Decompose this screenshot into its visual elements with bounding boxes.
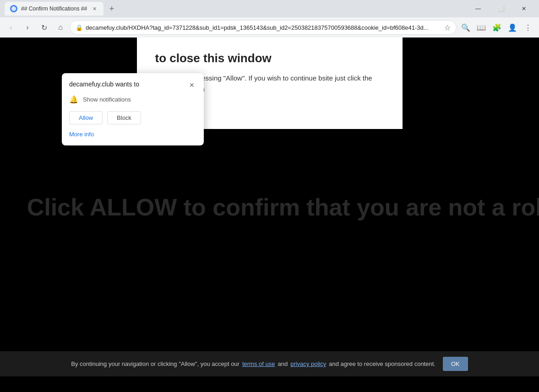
bell-icon: 🔔 <box>69 95 78 104</box>
and-label: and <box>278 360 288 367</box>
page-content: to close this window be closed by pressi… <box>0 38 539 376</box>
back-button[interactable]: ‹ <box>4 20 18 35</box>
block-button[interactable]: Block <box>107 111 141 124</box>
tab-favicon <box>10 5 17 12</box>
new-tab-button[interactable]: + <box>105 2 118 15</box>
window-controls: — ⬜ ✕ <box>468 3 534 15</box>
popup-notification-row: 🔔 Show notifications <box>69 95 196 104</box>
address-bar[interactable]: 🔒 decamefuy.club/HXDHA?tag_id=7371228&su… <box>70 20 457 35</box>
more-info-link[interactable]: More info <box>69 131 94 138</box>
bookmark-star-icon[interactable]: ☆ <box>444 23 451 32</box>
robot-text: Click ALLOW to confirm that you are not … <box>27 193 512 221</box>
nav-bar: ‹ › ↻ ⌂ 🔒 decamefuy.club/HXDHA?tag_id=73… <box>0 17 539 38</box>
popup-site-name: decamefuy.club wants to <box>69 81 139 88</box>
search-button[interactable]: 🔍 <box>458 20 473 35</box>
bottom-text-before: By continuing your navigation or clickin… <box>71 360 240 367</box>
profile-button[interactable]: 👤 <box>505 20 520 35</box>
maximize-button[interactable]: ⬜ <box>490 3 512 15</box>
bottom-bar: By continuing your navigation or clickin… <box>0 351 539 376</box>
page-viewport: to close this window be closed by pressi… <box>0 38 539 376</box>
ok-button[interactable]: OK <box>443 357 468 371</box>
tab-close-button[interactable]: ✕ <box>91 5 98 12</box>
menu-button[interactable]: ⋮ <box>521 20 535 35</box>
close-window-button[interactable]: ✕ <box>513 3 534 15</box>
terms-link[interactable]: terms of use <box>242 360 275 367</box>
forward-button[interactable]: › <box>20 20 35 35</box>
title-bar: ## Confirm Notifications ## ✕ + — ⬜ ✕ <box>0 0 539 17</box>
notification-popup: decamefuy.club wants to ✕ 🔔 Show notific… <box>62 73 204 145</box>
reading-mode-button[interactable]: 📖 <box>474 20 489 35</box>
bottom-text-after: and agree to receive sponsored content. <box>329 360 436 367</box>
card-title: to close this window <box>155 51 384 65</box>
popup-buttons: Allow Block <box>69 111 196 124</box>
privacy-link[interactable]: privacy policy <box>290 360 326 367</box>
allow-button[interactable]: Allow <box>69 111 103 124</box>
minimize-button[interactable]: — <box>468 3 489 15</box>
nav-right-icons: 🔍 📖 🧩 👤 ⋮ <box>458 20 535 35</box>
svg-point-0 <box>11 6 16 11</box>
tab-bar: ## Confirm Notifications ## ✕ + <box>5 2 468 16</box>
tab-title: ## Confirm Notifications ## <box>21 5 87 12</box>
lock-icon: 🔒 <box>76 24 83 31</box>
notification-label: Show notifications <box>83 96 131 103</box>
home-button[interactable]: ⌂ <box>53 20 68 35</box>
browser-chrome: ## Confirm Notifications ## ✕ + — ⬜ ✕ ‹ … <box>0 0 539 38</box>
active-tab[interactable]: ## Confirm Notifications ## ✕ <box>5 2 103 16</box>
popup-close-button[interactable]: ✕ <box>187 81 196 90</box>
reload-button[interactable]: ↻ <box>37 20 51 35</box>
extensions-button[interactable]: 🧩 <box>490 20 504 35</box>
popup-header: decamefuy.club wants to ✕ <box>69 81 196 90</box>
address-text: decamefuy.club/HXDHA?tag_id=7371228&sub_… <box>86 24 441 31</box>
